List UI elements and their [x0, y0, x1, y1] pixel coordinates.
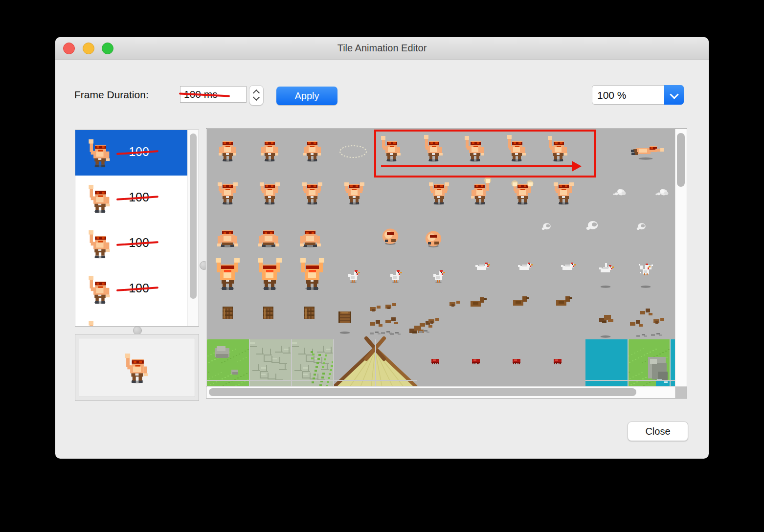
zoom-dropdown-button[interactable]	[664, 85, 684, 105]
window-title: Tile Animation Editor	[55, 43, 709, 54]
frame-sprite	[84, 319, 115, 327]
tileset-vscroll-thumb[interactable]	[677, 133, 685, 187]
tileset-view[interactable]	[206, 128, 687, 399]
frame-list-item[interactable]: 100	[75, 266, 199, 312]
stepper-down-icon[interactable]	[253, 94, 260, 101]
tile-animation-editor-window: Tile Animation Editor Frame Duration: Ap…	[55, 37, 709, 459]
tileset-hscroll-thumb[interactable]	[209, 388, 636, 396]
frame-list-scrollbar[interactable]	[187, 130, 199, 326]
frame-list-item[interactable]: 100	[75, 130, 199, 176]
frame-sprite	[84, 182, 115, 214]
desktop-background: Tile Animation Editor Frame Duration: Ap…	[0, 0, 764, 532]
animation-preview	[79, 338, 195, 397]
frame-list-item[interactable]: 100	[75, 221, 199, 266]
frame-sprite	[84, 137, 115, 168]
preview-sprite	[79, 338, 195, 397]
zoom-value: 100 %	[597, 89, 627, 101]
annotation-arrow-head	[572, 161, 582, 172]
zoom-dropdown[interactable]: 100 %	[592, 85, 684, 105]
frame-duration-stepper[interactable]	[249, 85, 264, 106]
tileset-horizontal-scrollbar[interactable]	[206, 386, 675, 398]
apply-button[interactable]: Apply	[276, 87, 337, 105]
annotation-arrow-line	[381, 165, 572, 167]
close-button[interactable]: Close	[628, 421, 688, 441]
annotation-rectangle	[374, 130, 596, 177]
animation-preview-panel	[75, 334, 199, 401]
frame-list[interactable]: 100100100100100	[75, 130, 199, 327]
chevron-down-icon	[670, 90, 678, 99]
frame-duration-label: Frame Duration:	[74, 89, 149, 101]
tileset-viewport[interactable]	[207, 129, 675, 387]
frame-list-item[interactable]: 100	[75, 312, 199, 327]
tileset-vertical-scrollbar[interactable]	[675, 129, 687, 387]
frame-sprite	[84, 273, 115, 305]
frame-list-item[interactable]: 100	[75, 176, 199, 221]
frame-list-scrollbar-thumb[interactable]	[190, 133, 197, 299]
scrollbar-corner	[675, 386, 687, 398]
frame-sprite	[84, 228, 115, 259]
titlebar[interactable]: Tile Animation Editor	[55, 37, 709, 60]
